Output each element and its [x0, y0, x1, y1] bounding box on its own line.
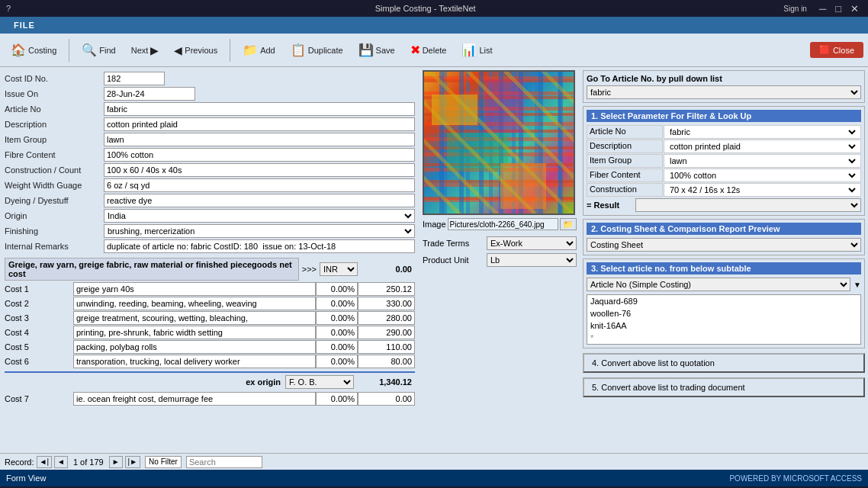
dyeing-input[interactable] — [104, 194, 415, 207]
first-record-button[interactable]: ◄| — [37, 456, 53, 468]
cost-7-amt-input[interactable] — [358, 392, 415, 406]
cost-desc-input-2[interactable] — [73, 297, 316, 310]
cost-amt-4[interactable] — [358, 326, 415, 339]
cost-desc-5[interactable] — [73, 340, 316, 354]
delete-button[interactable]: ✖ Delete — [404, 40, 453, 60]
convert-quotation-button[interactable]: 4. Convert above list to quotation — [583, 353, 865, 373]
cost-pct-input-3[interactable] — [316, 311, 358, 325]
save-button[interactable]: 💾 Save — [352, 40, 401, 60]
cost-amt-input-4[interactable] — [358, 326, 415, 339]
cost-7-amt[interactable] — [358, 392, 415, 406]
prev-record-button[interactable]: ◄ — [54, 456, 68, 468]
finishing-select[interactable]: brushing, mercerization — [104, 224, 415, 238]
greige-currency[interactable]: INR — [320, 262, 358, 276]
duplicate-button[interactable]: 📋 Duplicate — [285, 40, 349, 60]
cost-desc-input-4[interactable] — [73, 326, 316, 339]
remarks-input[interactable] — [104, 239, 415, 253]
cost-pct-input-2[interactable] — [316, 297, 358, 310]
add-button[interactable]: 📁 Add — [236, 40, 281, 60]
filter-value-0[interactable]: fabric — [664, 125, 861, 139]
filter-value-2[interactable]: lawn — [664, 154, 861, 168]
next-button[interactable]: Next ▶ — [125, 41, 166, 59]
description-input[interactable] — [104, 117, 415, 131]
cost-pct-input-1[interactable] — [316, 282, 358, 296]
cost-amt-2[interactable] — [358, 297, 415, 310]
weight-input[interactable] — [104, 178, 415, 192]
item-group-input[interactable] — [104, 133, 415, 146]
file-button[interactable]: FILE — [6, 19, 43, 31]
restore-button[interactable]: □ — [832, 3, 844, 14]
cost-amt-input-6[interactable] — [358, 355, 415, 368]
cost-pct-input-4[interactable] — [316, 326, 358, 339]
article-no-input[interactable] — [104, 102, 415, 116]
image-folder-button[interactable]: 📁 — [560, 218, 577, 230]
trade-terms-select[interactable]: Ex-Work — [487, 236, 577, 250]
filter-value-1[interactable]: cotton printed plaid — [664, 140, 861, 153]
article-list-item-1[interactable]: woollen-76 — [587, 307, 860, 319]
cost-id-input[interactable] — [104, 72, 165, 85]
cost-7-desc[interactable] — [73, 392, 316, 406]
greige-currency-select[interactable]: INR — [320, 262, 358, 276]
cost-pct-input-5[interactable] — [316, 340, 358, 354]
cost-pct-input-6[interactable] — [316, 355, 358, 368]
article-no-dropdown[interactable]: Article No (Simple Costing) — [587, 278, 850, 291]
cost-amt-1[interactable] — [358, 282, 415, 296]
close-button[interactable]: 🟥 Close — [810, 42, 863, 58]
no-filter-button[interactable]: No Filter — [145, 456, 182, 468]
cost-desc-input-1[interactable] — [73, 282, 316, 296]
previous-button[interactable]: ◀ Previous — [168, 41, 223, 59]
issue-on-input[interactable] — [104, 87, 195, 101]
cost-pct-6[interactable] — [316, 355, 358, 368]
filter-select-3[interactable]: 100% cotton — [667, 170, 858, 181]
cost-desc-6[interactable] — [73, 355, 316, 368]
cost-amt-input-5[interactable] — [358, 340, 415, 354]
filter-select-0[interactable]: fabric — [667, 127, 858, 137]
cost-amt-3[interactable] — [358, 311, 415, 325]
cost-7-pct-input[interactable] — [316, 392, 358, 406]
cost-pct-3[interactable] — [316, 311, 358, 325]
help-icon[interactable]: ? — [6, 4, 11, 13]
product-unit-select[interactable]: Lb — [487, 253, 577, 267]
cost-pct-5[interactable] — [316, 340, 358, 354]
origin-select[interactable]: India — [104, 209, 415, 223]
image-path-input[interactable] — [448, 218, 558, 230]
close-window-button[interactable]: ✕ — [847, 3, 862, 14]
cost-desc-2[interactable] — [73, 297, 316, 310]
cost-pct-2[interactable] — [316, 297, 358, 310]
list-button[interactable]: 📊 List — [455, 40, 498, 60]
article-list-item-0[interactable]: Jaquard-689 — [587, 295, 860, 307]
cost-desc-input-3[interactable] — [73, 311, 316, 325]
cost-desc-4[interactable] — [73, 326, 316, 339]
cost-desc-3[interactable] — [73, 311, 316, 325]
costing-sheet-select[interactable]: Costing Sheet — [587, 238, 861, 252]
search-input[interactable] — [186, 456, 262, 468]
filter-select-2[interactable]: lawn — [667, 156, 858, 166]
find-button[interactable]: 🔍 Find — [76, 40, 121, 60]
cost-amt-input-3[interactable] — [358, 311, 415, 325]
cost-amt-5[interactable] — [358, 340, 415, 354]
minimize-button[interactable]: ─ — [816, 3, 829, 14]
filter-value-4[interactable]: 70 x 42 / 16s x 12s — [664, 183, 861, 197]
costing-button[interactable]: 🏠 Costing — [5, 40, 63, 60]
cost-desc-1[interactable] — [73, 282, 316, 296]
filter-select-1[interactable]: cotton printed plaid — [667, 141, 858, 152]
cost-7-desc-input[interactable] — [73, 392, 316, 406]
goto-article-select[interactable]: fabric — [587, 85, 861, 99]
cost-pct-1[interactable] — [316, 282, 358, 296]
cost-amt-input-1[interactable] — [358, 282, 415, 296]
cost-desc-input-6[interactable] — [73, 355, 316, 368]
cost-desc-input-5[interactable] — [73, 340, 316, 354]
fibre-content-input[interactable] — [104, 148, 415, 162]
article-list-item-2[interactable]: knit-16AA — [587, 319, 860, 332]
cost-pct-4[interactable] — [316, 326, 358, 339]
next-record-button[interactable]: ► — [109, 456, 123, 468]
convert-trading-button[interactable]: 5. Convert above list to trading documen… — [583, 377, 865, 397]
filter-select-4[interactable]: 70 x 42 / 16s x 12s — [667, 185, 858, 195]
filter-value-3[interactable]: 100% cotton — [664, 169, 861, 182]
cost-amt-input-2[interactable] — [358, 297, 415, 310]
construction-input[interactable] — [104, 163, 415, 177]
cost-7-pct[interactable] — [316, 392, 358, 406]
ex-origin-select[interactable]: F. O. B. — [285, 375, 354, 389]
cost-amt-6[interactable] — [358, 355, 415, 368]
result-select[interactable] — [635, 198, 861, 212]
